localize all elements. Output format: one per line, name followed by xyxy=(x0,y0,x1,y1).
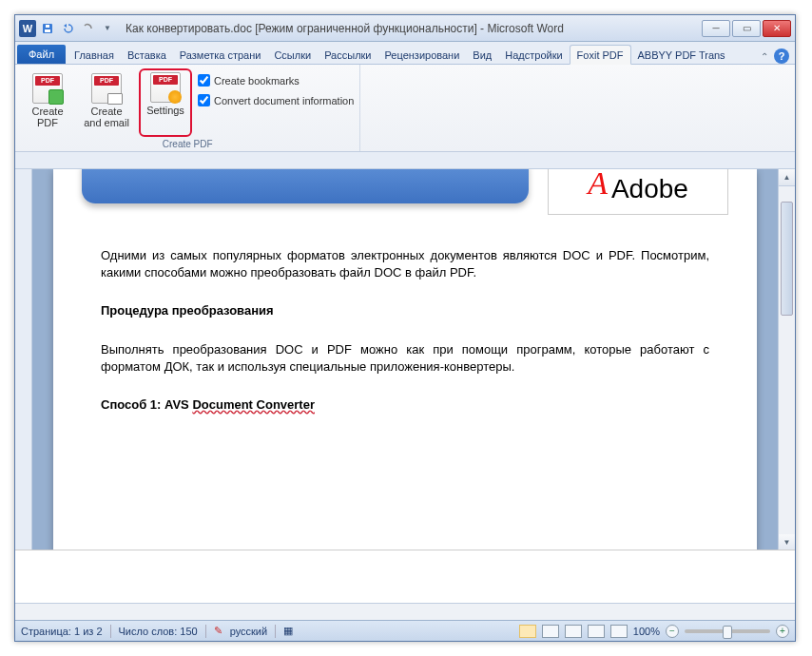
word-icon[interactable]: W xyxy=(19,20,36,37)
doc-paragraph-2[interactable]: Выполнять преобразования DOC и PDF можно… xyxy=(101,341,709,376)
zoom-in-button[interactable]: + xyxy=(776,625,789,638)
close-button[interactable]: ✕ xyxy=(763,20,791,37)
zoom-slider[interactable] xyxy=(685,629,770,633)
window-controls: ─ ▭ ✕ xyxy=(702,20,791,37)
horizontal-ruler[interactable] xyxy=(15,152,795,169)
tab-layout[interactable]: Разметка страни xyxy=(173,46,268,64)
title-bar: W ▼ Как конвертировать.doc [Режим ограни… xyxy=(15,15,795,42)
tab-abbyy[interactable]: ABBYY PDF Trans xyxy=(631,46,732,64)
doc-heading-1[interactable]: Процедура преобразования xyxy=(101,302,709,319)
view-draft[interactable] xyxy=(610,625,628,638)
tab-foxit-pdf[interactable]: Foxit PDF xyxy=(570,45,631,65)
view-full-screen[interactable] xyxy=(542,625,559,638)
vertical-ruler[interactable] xyxy=(15,169,32,603)
tab-references[interactable]: Ссылки xyxy=(267,46,318,64)
quick-access-toolbar: W ▼ xyxy=(19,20,116,37)
adobe-a-icon: A xyxy=(588,174,608,193)
docinfo-label: Convert document information xyxy=(214,95,354,106)
pdf-create-icon xyxy=(32,73,63,104)
scroll-up-button[interactable]: ▲ xyxy=(779,169,795,186)
bookmarks-label: Create bookmarks xyxy=(214,75,300,87)
settings-label: Settings xyxy=(146,105,184,116)
svg-rect-2 xyxy=(46,25,49,28)
doc-heading-2[interactable]: Способ 1: AVS Document Converter xyxy=(101,396,709,414)
create-email-label: Create and email xyxy=(81,106,132,128)
pdf-settings-icon xyxy=(150,72,181,103)
redo-icon[interactable] xyxy=(79,20,96,37)
ribbon: Create PDF Create and email Settings Cre… xyxy=(15,65,795,152)
page-gap xyxy=(15,550,795,603)
maximize-button[interactable]: ▭ xyxy=(732,20,761,37)
bookmarks-checkbox[interactable] xyxy=(198,74,210,87)
adobe-logo: A Adobe xyxy=(548,169,728,215)
settings-button[interactable]: Settings xyxy=(139,68,192,137)
create-pdf-button[interactable]: Create PDF xyxy=(21,68,74,137)
ribbon-tabs: Файл Главная Вставка Разметка страни Ссы… xyxy=(15,42,795,65)
status-page[interactable]: Страница: 1 из 2 xyxy=(21,626,103,637)
view-web-layout[interactable] xyxy=(565,625,582,638)
doc-paragraph-1[interactable]: Одними из самых популярных форматов элек… xyxy=(101,247,709,281)
adobe-text: Adobe xyxy=(611,170,688,207)
tab-addins[interactable]: Надстройки xyxy=(498,46,569,64)
create-pdf-label: Create PDF xyxy=(22,106,73,128)
view-outline[interactable] xyxy=(588,625,605,638)
group-label: Create PDF xyxy=(21,137,354,149)
document-page: A Adobe Одними из самых популярных форма… xyxy=(53,169,757,603)
app-window: W ▼ Как конвертировать.doc [Режим ограни… xyxy=(14,14,796,642)
tab-home[interactable]: Главная xyxy=(68,46,121,64)
create-and-email-button[interactable]: Create and email xyxy=(80,68,133,137)
document-area: A Adobe Одними из самых популярных форма… xyxy=(15,169,795,603)
blue-bar-graphic xyxy=(82,169,529,203)
docinfo-checkbox-row[interactable]: Convert document information xyxy=(198,92,354,108)
save-icon[interactable] xyxy=(39,20,56,37)
page-viewport[interactable]: A Adobe Одними из самых популярных форма… xyxy=(32,169,778,603)
horizontal-scrollbar[interactable] xyxy=(15,603,795,620)
help-icon[interactable]: ? xyxy=(774,48,789,64)
tab-insert[interactable]: Вставка xyxy=(121,46,173,64)
view-print-layout[interactable] xyxy=(519,625,536,638)
zoom-level[interactable]: 100% xyxy=(633,626,660,637)
bookmarks-checkbox-row[interactable]: Create bookmarks xyxy=(198,72,354,88)
scroll-track[interactable] xyxy=(779,186,795,534)
qat-dropdown-icon[interactable]: ▼ xyxy=(99,20,116,37)
tab-mailings[interactable]: Рассылки xyxy=(318,46,377,64)
undo-icon[interactable] xyxy=(59,20,76,37)
doc-h2-prefix: Способ 1: AVS xyxy=(101,397,192,412)
docinfo-checkbox[interactable] xyxy=(198,94,210,106)
ribbon-collapse-icon[interactable]: ⌃ xyxy=(761,51,768,62)
status-bar: Страница: 1 из 2 Число слов: 150 ✎ русск… xyxy=(15,620,795,641)
tab-review[interactable]: Рецензировани xyxy=(378,46,467,64)
doc-banner: A Adobe xyxy=(82,169,728,226)
status-word-count[interactable]: Число слов: 150 xyxy=(119,626,198,637)
ribbon-group-create-pdf: Create PDF Create and email Settings Cre… xyxy=(15,65,360,151)
status-language[interactable]: русский xyxy=(230,626,267,637)
proofing-icon[interactable]: ✎ xyxy=(214,625,222,637)
zoom-out-button[interactable]: − xyxy=(666,625,679,638)
doc-h2-underlined: Document Converter xyxy=(192,397,315,412)
minimize-button[interactable]: ─ xyxy=(702,20,730,37)
vertical-scrollbar[interactable]: ▲ ▼ ◉ ○ ◉ xyxy=(778,169,795,603)
macro-icon[interactable]: ▦ xyxy=(283,625,293,637)
window-title: Как конвертировать.doc [Режим ограниченн… xyxy=(126,22,702,35)
scroll-thumb[interactable] xyxy=(781,202,793,316)
pdf-email-icon xyxy=(91,73,122,104)
tab-view[interactable]: Вид xyxy=(466,46,498,64)
tab-file[interactable]: Файл xyxy=(17,45,66,64)
svg-rect-1 xyxy=(45,29,50,32)
